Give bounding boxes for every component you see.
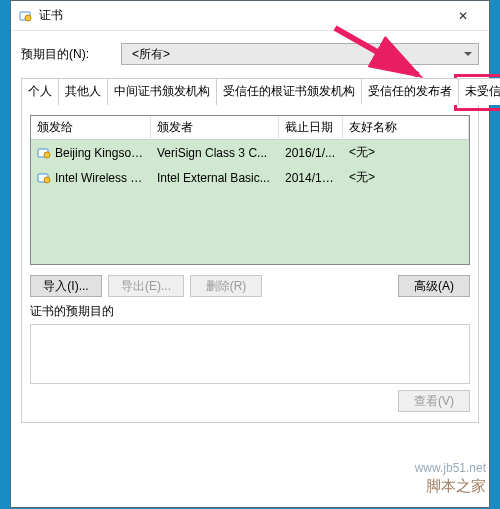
tab[interactable]: 受信任的发布者 xyxy=(361,78,459,105)
certificate-list[interactable]: 颁发给颁发者截止日期友好名称 Beijing Kingsoft ...VeriS… xyxy=(30,115,470,265)
view-button: 查看(V) xyxy=(398,390,470,412)
purpose-value: <所有> xyxy=(132,47,170,61)
intended-purposes-box xyxy=(30,324,470,384)
dialog-content: 预期目的(N): <所有> 个人其他人中间证书颁发机构受信任的根证书颁发机构受信… xyxy=(11,31,489,433)
intended-purposes-label: 证书的预期目的 xyxy=(30,303,470,320)
table-row[interactable]: Intel Wireless Di...Intel External Basic… xyxy=(31,165,469,190)
table-cell: <无> xyxy=(343,142,469,163)
certificate-icon xyxy=(17,8,33,24)
table-cell: VeriSign Class 3 C... xyxy=(151,144,279,162)
intended-purposes-section: 证书的预期目的 查看(V) xyxy=(30,303,470,412)
table-cell: Intel External Basic... xyxy=(151,169,279,187)
column-header[interactable]: 截止日期 xyxy=(279,116,343,139)
window-title: 证书 xyxy=(39,7,443,24)
tab[interactable]: 中间证书颁发机构 xyxy=(107,78,217,105)
table-cell: Beijing Kingsoft ... xyxy=(31,144,151,162)
svg-point-5 xyxy=(44,177,50,183)
column-header[interactable]: 颁发给 xyxy=(31,116,151,139)
tab[interactable]: 其他人 xyxy=(58,78,108,105)
column-header[interactable]: 友好名称 xyxy=(343,116,469,139)
close-icon: ✕ xyxy=(458,9,468,23)
export-button: 导出(E)... xyxy=(108,275,184,297)
table-cell: <无> xyxy=(343,167,469,188)
table-cell: Intel Wireless Di... xyxy=(31,169,151,187)
tab-strip: 个人其他人中间证书颁发机构受信任的根证书颁发机构受信任的发布者未受信任的发布者 xyxy=(21,77,479,105)
column-header[interactable]: 颁发者 xyxy=(151,116,279,139)
button-row: 导入(I)... 导出(E)... 删除(R) 高级(A) xyxy=(30,275,470,297)
purpose-row: 预期目的(N): <所有> xyxy=(21,43,479,65)
certificate-icon xyxy=(37,147,51,159)
purpose-select[interactable]: <所有> xyxy=(121,43,479,65)
certificates-dialog: 证书 ✕ 预期目的(N): <所有> 个人其他人中间证书颁发机构受信任的根证书颁… xyxy=(10,0,490,508)
tab[interactable]: 个人 xyxy=(21,78,59,105)
titlebar: 证书 ✕ xyxy=(11,1,489,31)
close-button[interactable]: ✕ xyxy=(443,2,483,30)
tab[interactable]: 受信任的根证书颁发机构 xyxy=(216,78,362,105)
list-body: Beijing Kingsoft ...VeriSign Class 3 C..… xyxy=(31,140,469,190)
list-header: 颁发给颁发者截止日期友好名称 xyxy=(31,116,469,140)
svg-point-1 xyxy=(25,15,31,21)
table-cell: 2014/11... xyxy=(279,169,343,187)
tab[interactable]: 未受信任的发布者 xyxy=(458,78,500,105)
purpose-label: 预期目的(N): xyxy=(21,46,121,63)
svg-point-3 xyxy=(44,152,50,158)
remove-button: 删除(R) xyxy=(190,275,262,297)
list-container: 颁发给颁发者截止日期友好名称 Beijing Kingsoft ...VeriS… xyxy=(21,105,479,423)
certificate-icon xyxy=(37,172,51,184)
import-button[interactable]: 导入(I)... xyxy=(30,275,102,297)
table-cell: 2016/1/... xyxy=(279,144,343,162)
advanced-button[interactable]: 高级(A) xyxy=(398,275,470,297)
table-row[interactable]: Beijing Kingsoft ...VeriSign Class 3 C..… xyxy=(31,140,469,165)
